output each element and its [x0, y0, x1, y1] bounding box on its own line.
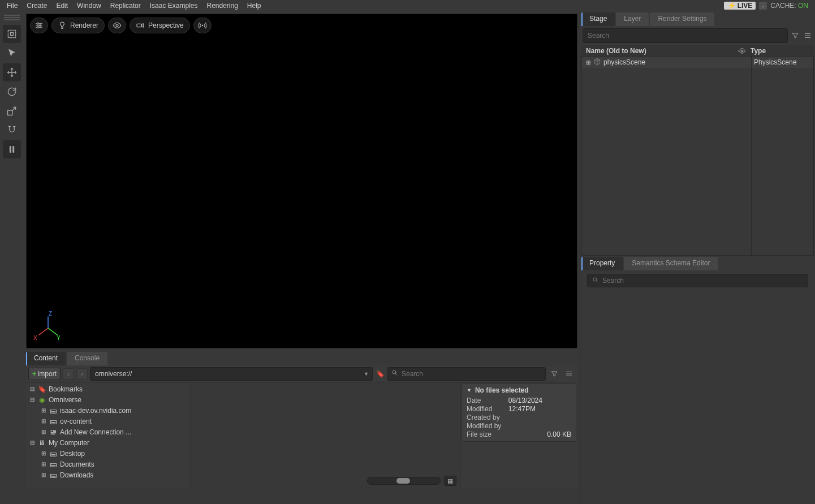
bookmark-icon[interactable]: 🔖 — [375, 370, 385, 378]
stage-col-name[interactable]: Name (Old to New) — [586, 47, 734, 55]
import-button[interactable]: +Import — [28, 368, 61, 380]
menu-rendering[interactable]: Rendering — [202, 1, 242, 11]
svg-point-7 — [37, 27, 39, 28]
menu-create[interactable]: Create — [22, 1, 51, 11]
tree-omni-server2[interactable]: ⊞🖴ov-content — [26, 416, 191, 427]
svg-point-15 — [741, 50, 743, 52]
live-dropdown[interactable]: ⌄ — [759, 2, 767, 10]
svg-rect-2 — [8, 110, 12, 115]
path-field[interactable]: omniverse://▼ — [90, 367, 373, 381]
stage-panel: Stage Layer Render Settings Name (Old to… — [581, 12, 814, 256]
svg-rect-1 — [11, 33, 14, 36]
visibility-button[interactable] — [108, 18, 126, 33]
tree-omni-server1[interactable]: ⊞🖴isaac-dev.ov.nvidia.com — [26, 405, 191, 416]
tab-property[interactable]: Property — [581, 257, 623, 270]
menu-file[interactable]: File — [2, 1, 22, 11]
menu-window[interactable]: Window — [72, 1, 106, 11]
content-search-input[interactable] — [402, 370, 542, 378]
tab-stage[interactable]: Stage — [581, 12, 615, 26]
content-details: ▼No files selected Date Modified08/13/20… — [460, 382, 577, 488]
pointer-button[interactable] — [3, 44, 21, 62]
chevron-down-icon: ▼ — [467, 387, 472, 393]
options-button[interactable] — [563, 368, 575, 380]
viewport-toolbar: Renderer Perspective — [27, 14, 577, 37]
svg-point-6 — [40, 25, 41, 27]
chevron-down-icon: ▼ — [364, 371, 369, 377]
property-search[interactable] — [587, 274, 808, 287]
viewport-settings-button[interactable] — [30, 18, 48, 33]
svg-line-12 — [39, 328, 48, 335]
computer-icon: 🖥 — [37, 439, 46, 447]
menu-help[interactable]: Help — [243, 1, 266, 11]
tree-add-connection[interactable]: ⊞🖳Add New Connection ... — [26, 427, 191, 437]
stage-search-input[interactable] — [588, 32, 783, 40]
stage-filter-button[interactable] — [789, 29, 801, 42]
broadcast-button[interactable] — [193, 18, 212, 33]
menu-edit[interactable]: Edit — [51, 1, 72, 11]
stage-row-physicsscene[interactable]: ⊞ physicsScene — [582, 57, 751, 68]
menu-bar: File Create Edit Window Replicator Isaac… — [0, 0, 815, 11]
scale-button[interactable] — [3, 102, 21, 120]
svg-rect-4 — [12, 146, 14, 153]
svg-rect-9 — [137, 24, 141, 27]
content-toolbar: +Import ‹ › omniverse://▼ 🔖 — [26, 365, 577, 382]
tree-omniverse[interactable]: ⊟◉Omniverse — [26, 394, 191, 405]
tree-mycomputer[interactable]: ⊟🖥My Computer — [26, 437, 191, 448]
status-bar — [24, 489, 580, 504]
tab-content[interactable]: Content — [26, 352, 66, 365]
tab-console[interactable]: Console — [67, 352, 107, 365]
zoom-slider[interactable] — [367, 477, 441, 485]
menu-replicator[interactable]: Replicator — [106, 1, 145, 11]
menu-isaac-examples[interactable]: Isaac Examples — [145, 1, 202, 11]
stage-col-eye[interactable] — [734, 47, 751, 55]
prim-icon — [593, 58, 601, 67]
stage-options-button[interactable] — [801, 29, 814, 42]
tree-bookmarks[interactable]: ⊟🔖Bookmarks — [26, 384, 191, 394]
content-panel: Content Console +Import ‹ › omniverse://… — [24, 351, 580, 489]
svg-point-14 — [393, 371, 396, 374]
live-badge[interactable]: ⚡LIVE — [724, 2, 756, 10]
filter-button[interactable] — [548, 368, 560, 380]
stage-row-type: PhysicsScene — [752, 57, 813, 68]
search-icon — [391, 369, 398, 378]
toolbar-grip[interactable] — [4, 14, 20, 21]
bolt-icon: ⚡ — [727, 2, 736, 10]
renderer-button[interactable]: Renderer — [51, 18, 105, 33]
stage-col-type[interactable]: Type — [751, 47, 809, 55]
svg-point-8 — [116, 24, 118, 27]
rotate-button[interactable] — [3, 83, 21, 101]
snap-button[interactable] — [3, 121, 21, 139]
select-prim-button[interactable] — [3, 25, 21, 43]
svg-rect-3 — [10, 146, 11, 153]
nav-forward-button[interactable]: › — [76, 368, 88, 380]
drive-icon: 🖴 — [49, 450, 58, 458]
svg-point-5 — [37, 23, 39, 24]
stage-header: Name (Old to New) Type — [581, 45, 814, 57]
content-grid[interactable]: ▦ — [191, 382, 460, 488]
bookmark-icon: 🔖 — [37, 385, 46, 393]
tab-render-settings[interactable]: Render Settings — [650, 12, 714, 26]
viewport[interactable]: Renderer Perspective Z X Y — [26, 14, 577, 348]
tree-desktop[interactable]: ⊞🖴Desktop — [26, 448, 191, 459]
nav-back-button[interactable]: ‹ — [63, 368, 74, 380]
content-search[interactable] — [387, 367, 546, 381]
svg-rect-0 — [8, 30, 15, 37]
content-tree: ⊟🔖Bookmarks ⊟◉Omniverse ⊞🖴isaac-dev.ov.n… — [26, 382, 191, 488]
move-button[interactable] — [3, 63, 21, 81]
pause-button[interactable] — [3, 140, 21, 158]
server-icon: 🖴 — [49, 407, 58, 415]
svg-point-16 — [593, 278, 597, 281]
tree-downloads[interactable]: ⊞🖴Downloads — [26, 469, 191, 480]
tab-semantics[interactable]: Semantics Schema Editor — [624, 257, 718, 270]
tab-layer[interactable]: Layer — [616, 12, 649, 26]
property-search-input[interactable] — [602, 277, 803, 285]
svg-point-10 — [201, 25, 203, 27]
stage-search[interactable] — [583, 28, 788, 43]
tree-documents[interactable]: ⊞🖴Documents — [26, 459, 191, 469]
plus-icon: + — [32, 370, 36, 378]
drive-icon: 🖴 — [49, 471, 58, 479]
axis-gizmo[interactable]: Z X Y — [33, 313, 67, 341]
view-mode-button[interactable]: ▦ — [444, 476, 456, 486]
camera-button[interactable]: Perspective — [130, 18, 190, 33]
omniverse-icon: ◉ — [37, 396, 46, 404]
